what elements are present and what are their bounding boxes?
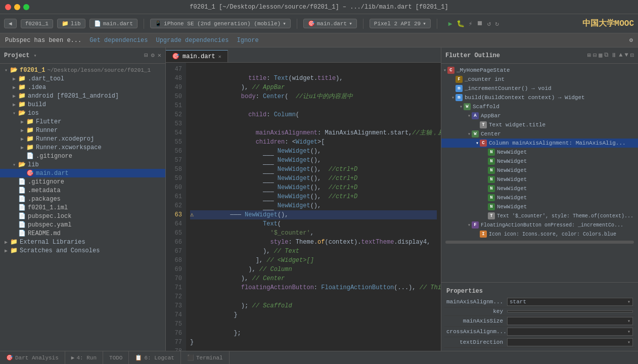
logo: 中国大学MOOC [582, 18, 634, 29]
stop-button[interactable]: ⏹ [476, 19, 484, 29]
outline-nw2[interactable]: N NewWidget [441, 157, 638, 166]
outline-myhomepagestate[interactable]: ▾ C _MyHomePageState [441, 66, 638, 75]
outline-nw4[interactable]: N NewWidget [441, 175, 638, 184]
upgrade-dependencies-link[interactable]: Upgrade dependencies [156, 37, 229, 44]
tree-item-runner-xcworkspace[interactable]: ▶ 📁 Runner.xcworkspace [0, 143, 165, 152]
tree-item-main-dart[interactable]: 🎯 main.dart [0, 169, 165, 177]
dropdown-arrow-icon[interactable]: ▾ [627, 339, 630, 345]
back-button[interactable]: ◀ [4, 19, 17, 28]
tab-run[interactable]: ▶ 4: Run [65, 351, 103, 364]
tab-terminal[interactable]: ⬛ Terminal [181, 351, 230, 364]
file-button[interactable]: 📄 main.dart [89, 19, 138, 28]
outline-build[interactable]: ▾ m build(BuildContext context) → Widget [441, 93, 638, 102]
line-num: 56 [166, 147, 182, 156]
tree-item-packages[interactable]: 📄 .packages [0, 195, 165, 203]
outline-text-counter[interactable]: T Text '$_counter', style: Theme.of(cont… [441, 211, 638, 220]
maximize-button[interactable] [23, 4, 29, 10]
tree-item-idea[interactable]: ▶ 📁 .idea [0, 83, 165, 92]
reload-button[interactable]: ↺ [486, 19, 492, 29]
dropdown-arrow-icon[interactable]: ▾ [627, 329, 630, 335]
settings-icon[interactable]: ⚙ [151, 52, 155, 59]
code-editor[interactable]: title: Text(widget.title), ), // AppBar … [186, 63, 441, 351]
tree-label: f0201_1.iml [28, 204, 68, 211]
tree-item-dart_tool[interactable]: ▶ 📁 .dart_tool [0, 74, 165, 83]
prop-value-crossaxis[interactable]: ▾ [507, 328, 633, 336]
tree-item-build[interactable]: ▶ 📁 build [0, 100, 165, 109]
icon-btn[interactable]: ⊞ [587, 52, 591, 59]
outline-nw6[interactable]: N NewWidget [441, 193, 638, 202]
tree-item-android[interactable]: ▶ 📁 android [f0201_1_android] [0, 92, 165, 100]
tree-label: Scratches and Consoles [20, 247, 100, 254]
outline-nw7[interactable]: N NewWidget [441, 202, 638, 211]
outline-nw3[interactable]: N NewWidget [441, 166, 638, 175]
outline-text-title[interactable]: T Text widget.title [441, 120, 638, 129]
prop-input-key[interactable] [507, 310, 633, 312]
tree-item-external-libs[interactable]: ▶ 📁 External Libraries [0, 238, 165, 246]
outline-appbar[interactable]: ▾ A AppBar [441, 111, 638, 120]
outline-icon[interactable]: I Icon icon: Icons.score, color: Colors.… [441, 230, 638, 239]
device-selector[interactable]: 📱 iPhone SE (2nd generation) (mobile) ▾ [150, 19, 291, 28]
tree-item-pubspec-lock[interactable]: 📄 pubspec.lock [0, 212, 165, 220]
collapse-icon[interactable]: ⊟ [144, 52, 148, 59]
outline-nw5[interactable]: N NewWidget [441, 184, 638, 193]
line-num: 73 [166, 301, 182, 310]
icon-btn3[interactable]: ▦ [599, 52, 602, 59]
file-icon: 📄 [18, 195, 26, 203]
outline-scaffold[interactable]: ▾ W Scaffold [441, 102, 638, 111]
up-icon[interactable]: ▲ [619, 52, 622, 59]
tree-item-ios[interactable]: ▾ 📂 ios [0, 109, 165, 117]
settings-icon[interactable]: ⚙ [629, 36, 633, 44]
line-num: 67 [166, 247, 182, 256]
icon-btn4[interactable]: ⧉ [604, 52, 609, 59]
folder-closed-icon: 📁 [26, 118, 34, 125]
minimize-button[interactable] [14, 4, 20, 10]
run-config-selector[interactable]: 🎯 main.dart ▾ [303, 19, 357, 28]
tree-item-gitignore[interactable]: 📄 .gitignore [0, 177, 165, 186]
tab-logcat[interactable]: 📋 6: Logcat [129, 351, 180, 364]
tree-item-flutter[interactable]: ▶ 📁 Flutter [0, 117, 165, 126]
icon-btn5[interactable]: ⏸ [611, 52, 617, 59]
lib-button[interactable]: 📁 lib [57, 19, 85, 28]
settings-outline-icon[interactable]: ⊡ [630, 52, 634, 59]
debug-button[interactable]: 🐛 [455, 19, 466, 29]
profile-button[interactable]: ⚡ [468, 19, 474, 29]
get-dependencies-link[interactable]: Get dependencies [89, 37, 148, 44]
outline-center[interactable]: ▾ W Center [441, 129, 638, 139]
line-num: 69 [166, 265, 182, 274]
line-num: 54 [166, 128, 182, 138]
tree-item-runner-xcodeproj[interactable]: ▶ 📁 Runner.xcodeproj [0, 134, 165, 143]
tab-dart-analysis[interactable]: 🎯 Dart Analysis [0, 351, 65, 364]
down-icon[interactable]: ▼ [625, 52, 628, 59]
tree-item-metadata[interactable]: 📄 .metadata [0, 186, 165, 195]
ignore-link[interactable]: Ignore [237, 37, 258, 44]
tree-item-pubspec-yaml[interactable]: 📄 pubspec.yaml [0, 220, 165, 229]
outline-fab[interactable]: ▾ F FloatingActionButton onPressed: _inc… [441, 220, 638, 230]
outline-nw1[interactable]: N NewWidget [441, 148, 638, 157]
tree-item-lib[interactable]: ▾ 📂 lib [0, 160, 165, 169]
tree-item-scratches[interactable]: ▶ 📁 Scratches and Consoles [0, 246, 165, 255]
todo-tab-label: TODO [109, 355, 122, 361]
tab-todo[interactable]: TODO [103, 351, 129, 364]
prop-value-mainaxis[interactable]: start ▾ [507, 298, 633, 306]
tab-main-dart[interactable]: 🎯 main.dart ✕ [166, 50, 228, 62]
tree-item-iml[interactable]: 📄 f0201_1.iml [0, 203, 165, 212]
close-button[interactable] [5, 4, 11, 10]
tree-item-gitignore-ios[interactable]: 📄 .gitignore [0, 152, 165, 160]
outline-column[interactable]: ▾ C Column mainAxisAlignment: MainAxisAl… [441, 139, 638, 148]
prop-value-textdirection[interactable]: ▾ [507, 338, 633, 346]
close-panel-icon[interactable]: ✕ [158, 52, 161, 59]
project-button[interactable]: f0201_1 [21, 19, 53, 28]
tree-item-runner[interactable]: ▶ 📁 Runner [0, 126, 165, 134]
tree-item-root[interactable]: ▾ 📂 f0201_1 ~/Desktop/lesson/source/f020… [0, 66, 165, 74]
outline-counter[interactable]: F _counter int [441, 75, 638, 84]
run-button[interactable]: ▶ [447, 19, 453, 29]
pixel-selector[interactable]: Pixel 2 API 29 ▾ [370, 19, 431, 28]
outline-incrementcounter[interactable]: m _incrementCounter() → void [441, 84, 638, 93]
reload2-button[interactable]: ↻ [494, 19, 500, 29]
dropdown-arrow-icon[interactable]: ▾ [627, 299, 630, 305]
tab-close-button[interactable]: ✕ [218, 54, 221, 60]
tree-item-readme[interactable]: 📄 README.md [0, 229, 165, 238]
dropdown-arrow-icon[interactable]: ▾ [627, 318, 630, 324]
prop-value-mainaxissize[interactable]: ▾ [507, 317, 633, 325]
icon-btn2[interactable]: ⊟ [593, 52, 597, 59]
